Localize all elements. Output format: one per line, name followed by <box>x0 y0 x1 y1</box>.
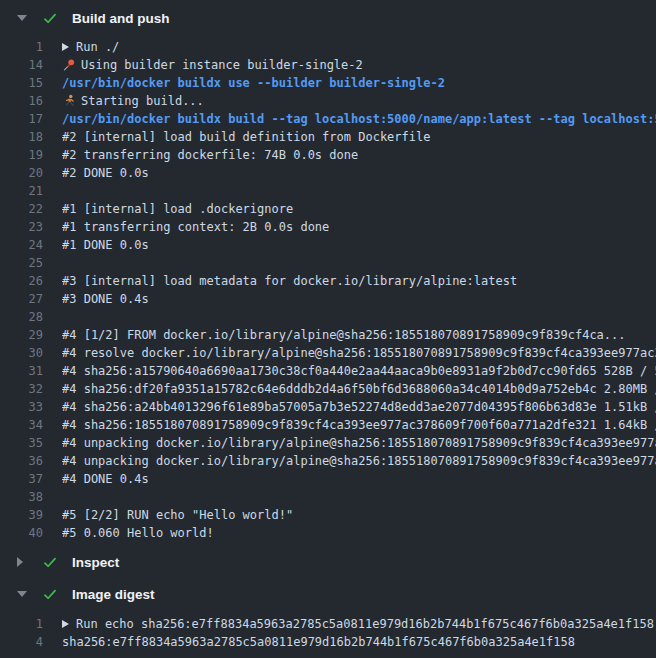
log-line-content: /usr/bin/docker buildx use --builder bui… <box>62 74 656 92</box>
log-line-number[interactable]: 33 <box>0 398 43 416</box>
log-line-number[interactable]: 4 <box>0 633 43 651</box>
log-line-text: Run echo sha256:e7ff8834a5963a2785c5a081… <box>76 615 654 633</box>
log-line-number[interactable]: 18 <box>0 128 43 146</box>
check-icon <box>42 554 59 570</box>
log-line-content <box>62 488 656 506</box>
log-line-number[interactable]: 14 <box>0 56 43 74</box>
log-line-number[interactable]: 1 <box>0 615 43 633</box>
step-header-image-digest[interactable]: Image digest <box>0 578 656 610</box>
chevron-down-icon[interactable] <box>17 15 29 21</box>
chevron-shape <box>17 15 27 21</box>
log-line-number[interactable]: 26 <box>0 272 43 290</box>
log-line-content: #4 sha256:a24bb4013296f61e89ba57005a7b3e… <box>62 398 656 416</box>
chevron-right-icon[interactable] <box>17 557 29 567</box>
log-line-number[interactable]: 20 <box>0 164 43 182</box>
step-header-inspect[interactable]: Inspect <box>0 546 656 578</box>
log-line: 29#4 [1/2] FROM docker.io/library/alpine… <box>0 326 656 344</box>
log-line: 17/usr/bin/docker buildx build --tag loc… <box>0 110 656 128</box>
log-line-number[interactable]: 16 <box>0 92 43 110</box>
log-line-content: #4 resolve docker.io/library/alpine@sha2… <box>62 344 656 362</box>
log-line-content: #2 DONE 0.0s <box>62 164 656 182</box>
step-log-build-and-push: 1Run ./14Using builder instance builder-… <box>0 38 656 542</box>
log-line-number[interactable]: 34 <box>0 416 43 434</box>
log-line: 35#4 unpacking docker.io/library/alpine@… <box>0 434 656 452</box>
log-line-number[interactable]: 27 <box>0 290 43 308</box>
log-line-text: Using builder instance builder-single-2 <box>81 56 363 74</box>
chevron-down-icon[interactable] <box>17 591 29 597</box>
log-line: 18#2 [internal] load build definition fr… <box>0 128 656 146</box>
log-line-number[interactable]: 30 <box>0 344 43 362</box>
log-line: 19#2 transferring dockerfile: 74B 0.0s d… <box>0 146 656 164</box>
log-line-content: #4 DONE 0.4s <box>62 470 656 488</box>
log-line-content: #4 sha256:df20fa9351a15782c64e6dddb2d4a6… <box>62 380 656 398</box>
log-line-text: #3 DONE 0.4s <box>62 290 149 308</box>
log-line-text: #1 DONE 0.0s <box>62 236 149 254</box>
log-line-content: /usr/bin/docker buildx build --tag local… <box>62 110 656 128</box>
log-line-number[interactable]: 39 <box>0 506 43 524</box>
log-line-content: Using builder instance builder-single-2 <box>62 56 656 74</box>
log-line: 21 <box>0 182 656 200</box>
step-title: Build and push <box>72 11 170 26</box>
log-line-number[interactable]: 24 <box>0 236 43 254</box>
log-line: 40#5 0.060 Hello world! <box>0 524 656 542</box>
log-line: 33#4 sha256:a24bb4013296f61e89ba57005a7b… <box>0 398 656 416</box>
log-line-content: #1 transferring context: 2B 0.0s done <box>62 218 656 236</box>
log-line-number[interactable]: 22 <box>0 200 43 218</box>
log-line-content: #5 0.060 Hello world! <box>62 524 656 542</box>
log-line: 39#5 [2/2] RUN echo "Hello world!" <box>0 506 656 524</box>
log-line-number[interactable]: 17 <box>0 110 43 128</box>
log-line-number[interactable]: 1 <box>0 38 43 56</box>
log-line-number[interactable]: 32 <box>0 380 43 398</box>
log-line-text: #1 transferring context: 2B 0.0s done <box>62 218 329 236</box>
log-line: 25 <box>0 254 656 272</box>
log-line-content: #1 [internal] load .dockerignore <box>62 200 656 218</box>
log-line-number[interactable]: 35 <box>0 434 43 452</box>
log-line: 32#4 sha256:df20fa9351a15782c64e6dddb2d4… <box>0 380 656 398</box>
log-line-content: #4 unpacking docker.io/library/alpine@sh… <box>62 434 656 452</box>
step-header-build-and-push[interactable]: Build and push <box>0 0 656 36</box>
log-line-text: #5 0.060 Hello world! <box>62 524 214 542</box>
log-line-number[interactable]: 19 <box>0 146 43 164</box>
log-line-text: #4 sha256:a24bb4013296f61e89ba57005a7b3e… <box>62 398 656 416</box>
log-line-number[interactable]: 28 <box>0 308 43 326</box>
log-line-number[interactable]: 25 <box>0 254 43 272</box>
log-line-text: #2 DONE 0.0s <box>62 164 149 182</box>
log-line-number[interactable]: 36 <box>0 452 43 470</box>
step-log-image-digest: 1Run echo sha256:e7ff8834a5963a2785c5a08… <box>0 615 656 651</box>
log-line-number[interactable]: 29 <box>0 326 43 344</box>
chevron-shape <box>17 557 23 567</box>
log-line-number[interactable]: 23 <box>0 218 43 236</box>
log-line-number[interactable]: 21 <box>0 182 43 200</box>
log-line-content: #3 DONE 0.4s <box>62 290 656 308</box>
log-line-text: #3 [internal] load metadata for docker.i… <box>62 272 517 290</box>
log-line-number[interactable]: 38 <box>0 488 43 506</box>
log-line-number[interactable]: 31 <box>0 362 43 380</box>
log-line-text: #4 [1/2] FROM docker.io/library/alpine@s… <box>62 326 626 344</box>
expand-run-icon[interactable] <box>62 43 69 51</box>
log-line: 15/usr/bin/docker buildx use --builder b… <box>0 74 656 92</box>
log-line-text: /usr/bin/docker buildx use --builder bui… <box>62 74 445 92</box>
log-line: 4sha256:e7ff8834a5963a2785c5a0811e979d16… <box>0 633 656 651</box>
log-line-text: #4 unpacking docker.io/library/alpine@sh… <box>62 434 656 452</box>
log-line-text: #4 sha256:df20fa9351a15782c64e6dddb2d4a6… <box>62 380 656 398</box>
log-line-text: #4 sha256:a15790640a6690aa1730c38cf0a440… <box>62 362 656 380</box>
expand-run-icon[interactable] <box>62 620 69 628</box>
log-line: 1Run ./ <box>0 38 656 56</box>
log-line-content: sha256:e7ff8834a5963a2785c5a0811e979d16b… <box>62 633 656 651</box>
log-line: 27#3 DONE 0.4s <box>0 290 656 308</box>
check-icon <box>42 10 59 26</box>
log-line-number[interactable]: 37 <box>0 470 43 488</box>
log-line-number[interactable]: 15 <box>0 74 43 92</box>
log-line-text: #4 unpacking docker.io/library/alpine@sh… <box>62 452 656 470</box>
log-line: 22#1 [internal] load .dockerignore <box>0 200 656 218</box>
log-line-content: #2 [internal] load build definition from… <box>62 128 656 146</box>
log-line: 30#4 resolve docker.io/library/alpine@sh… <box>0 344 656 362</box>
pushpin-icon <box>62 58 76 72</box>
log-line: 37#4 DONE 0.4s <box>0 470 656 488</box>
log-line-content: Run echo sha256:e7ff8834a5963a2785c5a081… <box>62 615 656 633</box>
log-line-number[interactable]: 40 <box>0 524 43 542</box>
log-line-text: /usr/bin/docker buildx build --tag local… <box>62 110 656 128</box>
log-line-content: #4 [1/2] FROM docker.io/library/alpine@s… <box>62 326 656 344</box>
log-line-content <box>62 254 656 272</box>
chevron-shape <box>17 591 27 597</box>
